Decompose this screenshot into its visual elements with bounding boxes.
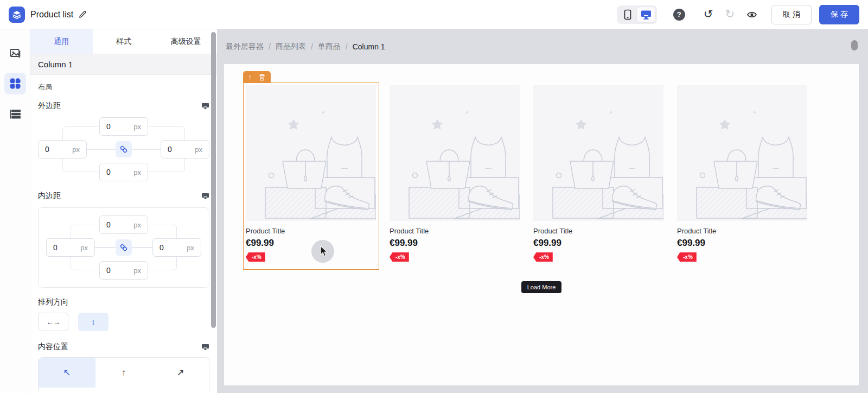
padding-top-input[interactable]: 0 px <box>99 215 148 234</box>
app-logo <box>9 7 25 23</box>
topbar: Product list <box>0 0 868 29</box>
product-placeholder-illustration <box>390 85 520 221</box>
clover-icon <box>9 77 22 90</box>
content-position-label: 内容位置 <box>38 342 68 352</box>
product-price: €99.99 <box>246 238 376 249</box>
product-placeholder-illustration <box>246 85 376 221</box>
breadcrumb-item-current: Column 1 <box>353 42 385 51</box>
tab-general[interactable]: 通用 <box>30 29 93 54</box>
panel-tabs: 通用 样式 高级设置 <box>30 29 217 54</box>
direction-label: 排列方向 <box>38 297 68 307</box>
editor-area: 最外层容器 / 商品列表 / 单商品 / Column 1 ↑ <box>217 29 868 393</box>
padding-right-input[interactable]: 0 px <box>152 238 201 257</box>
cursor-icon <box>320 246 328 257</box>
redo-icon: ↻ <box>725 8 735 21</box>
direction-control: ←→ ↕ <box>38 313 209 331</box>
monitor-icon <box>201 103 209 110</box>
breadcrumb-item-product-list[interactable]: 商品列表 <box>276 42 306 52</box>
cancel-button[interactable]: 取消 <box>771 5 812 24</box>
vertical-arrows-icon: ↕ <box>92 318 95 326</box>
product-title: Product Title <box>390 227 520 235</box>
arrow-top-right-icon: ↗ <box>177 367 184 378</box>
margin-control: 0 px 0 px <box>38 117 209 181</box>
arrow-top-left-icon: ↖ <box>63 367 71 378</box>
product-card[interactable]: ↑ <box>674 83 810 270</box>
position-top-right-button[interactable]: ↗ <box>152 358 209 388</box>
margin-label: 外边距 <box>38 101 61 111</box>
product-card[interactable]: ↑ <box>243 83 379 270</box>
tab-style[interactable]: 样式 <box>93 29 155 54</box>
margin-right-input[interactable]: 0 px <box>161 140 209 159</box>
undo-button[interactable]: ↺ <box>704 9 713 20</box>
product-title: Product Title <box>677 227 808 235</box>
settings-panel: 通用 样式 高级设置 Column 1 布局 外边距 0 <box>30 29 217 393</box>
help-button[interactable]: ? <box>673 9 685 21</box>
padding-bottom-input[interactable]: 0 px <box>99 261 148 280</box>
breadcrumb-separator: / <box>269 42 271 51</box>
rail-item-media[interactable] <box>4 42 26 64</box>
layers-icon <box>11 9 22 20</box>
product-image-placeholder[interactable] <box>533 85 663 221</box>
breadcrumb-item-single-product[interactable]: 单商品 <box>318 42 341 52</box>
device-toggle <box>617 5 657 24</box>
preview-button[interactable] <box>746 10 757 19</box>
position-top-left-button[interactable]: ↖ <box>39 358 95 388</box>
device-desktop-button[interactable] <box>637 7 655 22</box>
rail-item-layers-list[interactable] <box>4 103 26 125</box>
panel-scrollbar[interactable] <box>211 32 216 328</box>
padding-left-input[interactable]: 0 px <box>46 238 95 257</box>
help-icon: ? <box>677 10 681 18</box>
product-image-placeholder[interactable] <box>390 85 520 221</box>
discount-badge: -x% <box>390 252 409 262</box>
product-image-placeholder[interactable] <box>677 85 807 221</box>
padding-control: 0 px 0 px <box>38 207 209 288</box>
product-price: €99.99 <box>390 238 520 249</box>
image-icon <box>9 47 21 59</box>
canvas[interactable]: ↑ <box>224 64 859 385</box>
arrow-up-icon: ↑ <box>248 74 252 80</box>
margin-left-input[interactable]: 0 px <box>38 140 87 159</box>
move-up-button[interactable]: ↑ <box>248 74 252 80</box>
discount-badge: -x% <box>246 252 265 262</box>
monitor-icon <box>201 344 209 351</box>
direction-horizontal-button[interactable]: ←→ <box>38 313 68 331</box>
product-placeholder-illustration <box>533 85 663 221</box>
undo-icon: ↺ <box>704 8 713 21</box>
arrow-up-icon: ↑ <box>122 367 126 378</box>
list-icon <box>9 109 21 119</box>
tab-advanced[interactable]: 高级设置 <box>155 29 217 54</box>
pencil-icon <box>79 10 87 18</box>
save-button[interactable]: 保存 <box>819 5 859 24</box>
edit-title-button[interactable] <box>79 10 87 18</box>
load-more-button[interactable]: Load More <box>521 281 562 293</box>
horizontal-arrows-icon: ←→ <box>46 318 60 326</box>
breadcrumb-item-root[interactable]: 最外层容器 <box>226 42 264 52</box>
product-card[interactable]: ↑ <box>387 83 523 270</box>
link-icon <box>119 243 128 252</box>
breadcrumb-separator: / <box>346 42 348 51</box>
device-mobile-button[interactable] <box>618 7 637 22</box>
product-price: €99.99 <box>677 238 808 249</box>
breadcrumb: 最外层容器 / 商品列表 / 单商品 / Column 1 <box>217 29 868 64</box>
delete-button[interactable] <box>259 74 265 81</box>
layout-heading: 布局 <box>38 83 209 92</box>
redo-button[interactable]: ↻ <box>725 9 735 20</box>
margin-top-input[interactable]: 0 px <box>99 117 148 136</box>
desktop-icon <box>641 10 652 20</box>
position-top-button[interactable]: ↑ <box>95 358 152 388</box>
product-grid: ↑ <box>243 83 859 270</box>
product-title: Product Title <box>533 227 664 235</box>
padding-link-button[interactable] <box>116 239 132 256</box>
product-price: €99.99 <box>533 238 664 249</box>
rail-item-components[interactable] <box>4 73 26 94</box>
product-image-placeholder[interactable] <box>246 85 376 221</box>
direction-vertical-button[interactable]: ↕ <box>78 313 108 331</box>
margin-bottom-input[interactable]: 0 px <box>99 163 148 181</box>
discount-badge: -x% <box>677 252 697 262</box>
margin-link-button[interactable] <box>116 141 132 157</box>
product-card[interactable]: ↑ <box>531 83 667 270</box>
mobile-icon <box>624 9 631 20</box>
discount-badge: -x% <box>533 252 553 262</box>
icon-rail <box>0 29 30 393</box>
canvas-scrollbar-thumb[interactable] <box>851 40 858 50</box>
